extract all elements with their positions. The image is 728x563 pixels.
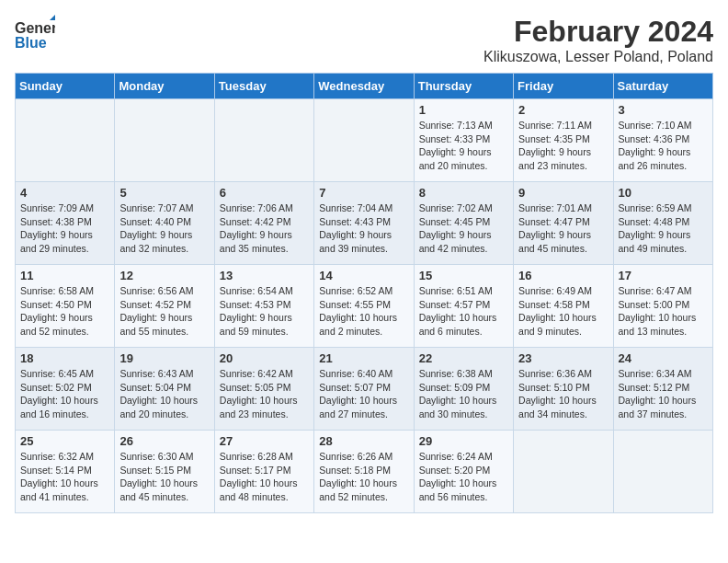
calendar-header-row: Sunday Monday Tuesday Wednesday Thursday… <box>16 74 713 99</box>
calendar-cell-3-1: 19Sunrise: 6:43 AM Sunset: 5:04 PM Dayli… <box>115 348 214 431</box>
calendar-cell-0-0 <box>16 99 115 182</box>
day-detail-15: Sunrise: 6:51 AM Sunset: 4:57 PM Dayligh… <box>419 284 508 339</box>
calendar-cell-3-5: 23Sunrise: 6:36 AM Sunset: 5:10 PM Dayli… <box>514 348 613 431</box>
col-wednesday: Wednesday <box>314 74 414 99</box>
day-number-7: 7 <box>319 186 408 200</box>
day-detail-18: Sunrise: 6:45 AM Sunset: 5:02 PM Dayligh… <box>20 367 109 421</box>
day-number-17: 17 <box>619 269 708 282</box>
calendar-cell-3-0: 18Sunrise: 6:45 AM Sunset: 5:02 PM Dayli… <box>16 348 115 431</box>
calendar-cell-3-6: 24Sunrise: 6:34 AM Sunset: 5:12 PM Dayli… <box>613 348 712 431</box>
day-number-28: 28 <box>319 434 408 448</box>
day-number-22: 22 <box>419 351 508 365</box>
day-number-20: 20 <box>220 351 309 365</box>
day-detail-7: Sunrise: 7:04 AM Sunset: 4:43 PM Dayligh… <box>319 201 408 256</box>
day-number-9: 9 <box>518 186 608 200</box>
day-detail-9: Sunrise: 7:01 AM Sunset: 4:47 PM Dayligh… <box>518 201 608 256</box>
calendar-cell-4-4: 29Sunrise: 6:24 AM Sunset: 5:20 PM Dayli… <box>414 431 513 513</box>
calendar-cell-1-0: 4Sunrise: 7:09 AM Sunset: 4:38 PM Daylig… <box>16 182 115 265</box>
calendar-cell-4-3: 28Sunrise: 6:26 AM Sunset: 5:18 PM Dayli… <box>314 431 414 513</box>
calendar-cell-4-5 <box>514 431 613 513</box>
day-number-6: 6 <box>220 186 309 200</box>
day-detail-23: Sunrise: 6:36 AM Sunset: 5:10 PM Dayligh… <box>518 367 608 421</box>
svg-text:General: General <box>15 20 55 36</box>
calendar-cell-2-5: 16Sunrise: 6:49 AM Sunset: 4:58 PM Dayli… <box>514 265 613 348</box>
calendar-cell-2-4: 15Sunrise: 6:51 AM Sunset: 4:57 PM Dayli… <box>414 265 513 348</box>
day-number-1: 1 <box>419 103 508 117</box>
day-number-4: 4 <box>20 186 109 200</box>
day-detail-3: Sunrise: 7:10 AM Sunset: 4:36 PM Dayligh… <box>619 119 708 173</box>
day-number-13: 13 <box>220 269 309 282</box>
day-detail-17: Sunrise: 6:47 AM Sunset: 5:00 PM Dayligh… <box>619 284 708 339</box>
calendar-cell-0-1 <box>115 99 214 182</box>
calendar-cell-1-6: 10Sunrise: 6:59 AM Sunset: 4:48 PM Dayli… <box>613 182 712 265</box>
calendar-title: February 2024 <box>483 15 713 49</box>
day-detail-5: Sunrise: 7:07 AM Sunset: 4:40 PM Dayligh… <box>119 201 209 256</box>
day-detail-24: Sunrise: 6:34 AM Sunset: 5:12 PM Dayligh… <box>619 367 708 421</box>
day-number-11: 11 <box>20 269 109 282</box>
calendar-cell-4-2: 27Sunrise: 6:28 AM Sunset: 5:17 PM Dayli… <box>214 431 313 513</box>
logo: General Blue <box>15 15 55 55</box>
calendar-table: Sunday Monday Tuesday Wednesday Thursday… <box>15 73 713 513</box>
day-detail-8: Sunrise: 7:02 AM Sunset: 4:45 PM Dayligh… <box>419 201 508 256</box>
week-row-3: 11Sunrise: 6:58 AM Sunset: 4:50 PM Dayli… <box>16 265 713 348</box>
day-detail-13: Sunrise: 6:54 AM Sunset: 4:53 PM Dayligh… <box>220 284 309 339</box>
svg-marker-2 <box>50 15 55 20</box>
calendar-cell-0-5: 2Sunrise: 7:11 AM Sunset: 4:35 PM Daylig… <box>514 99 613 182</box>
day-number-16: 16 <box>518 269 608 282</box>
calendar-subtitle: Klikuszowa, Lesser Poland, Poland <box>483 49 713 65</box>
day-number-3: 3 <box>619 103 708 117</box>
day-detail-22: Sunrise: 6:38 AM Sunset: 5:09 PM Dayligh… <box>419 367 508 421</box>
day-number-21: 21 <box>319 351 408 365</box>
calendar-cell-4-6 <box>613 431 712 513</box>
week-row-4: 18Sunrise: 6:45 AM Sunset: 5:02 PM Dayli… <box>16 348 713 431</box>
col-tuesday: Tuesday <box>214 74 313 99</box>
calendar-cell-1-4: 8Sunrise: 7:02 AM Sunset: 4:45 PM Daylig… <box>414 182 513 265</box>
day-detail-21: Sunrise: 6:40 AM Sunset: 5:07 PM Dayligh… <box>319 367 408 421</box>
title-block: February 2024 Klikuszowa, Lesser Poland,… <box>483 15 713 65</box>
week-row-5: 25Sunrise: 6:32 AM Sunset: 5:14 PM Dayli… <box>16 431 713 513</box>
calendar-cell-0-2 <box>214 99 313 182</box>
calendar-cell-2-1: 12Sunrise: 6:56 AM Sunset: 4:52 PM Dayli… <box>115 265 214 348</box>
day-number-15: 15 <box>419 269 508 282</box>
calendar-cell-0-3 <box>314 99 414 182</box>
calendar-cell-1-2: 6Sunrise: 7:06 AM Sunset: 4:42 PM Daylig… <box>214 182 313 265</box>
day-detail-16: Sunrise: 6:49 AM Sunset: 4:58 PM Dayligh… <box>518 284 608 339</box>
calendar-cell-4-0: 25Sunrise: 6:32 AM Sunset: 5:14 PM Dayli… <box>16 431 115 513</box>
day-number-29: 29 <box>419 434 508 448</box>
calendar-cell-1-5: 9Sunrise: 7:01 AM Sunset: 4:47 PM Daylig… <box>514 182 613 265</box>
day-detail-25: Sunrise: 6:32 AM Sunset: 5:14 PM Dayligh… <box>20 450 109 504</box>
col-friday: Friday <box>514 74 613 99</box>
calendar-cell-3-3: 21Sunrise: 6:40 AM Sunset: 5:07 PM Dayli… <box>314 348 414 431</box>
day-detail-28: Sunrise: 6:26 AM Sunset: 5:18 PM Dayligh… <box>319 450 408 504</box>
logo-icon: General Blue <box>15 15 55 55</box>
day-number-18: 18 <box>20 351 109 365</box>
day-number-14: 14 <box>319 269 408 282</box>
day-number-27: 27 <box>220 434 309 448</box>
day-detail-26: Sunrise: 6:30 AM Sunset: 5:15 PM Dayligh… <box>119 450 209 504</box>
col-sunday: Sunday <box>16 74 115 99</box>
calendar-cell-3-4: 22Sunrise: 6:38 AM Sunset: 5:09 PM Dayli… <box>414 348 513 431</box>
day-number-5: 5 <box>119 186 209 200</box>
col-saturday: Saturday <box>613 74 712 99</box>
day-detail-4: Sunrise: 7:09 AM Sunset: 4:38 PM Dayligh… <box>20 201 109 256</box>
day-detail-10: Sunrise: 6:59 AM Sunset: 4:48 PM Dayligh… <box>619 201 708 256</box>
calendar-cell-2-6: 17Sunrise: 6:47 AM Sunset: 5:00 PM Dayli… <box>613 265 712 348</box>
day-detail-20: Sunrise: 6:42 AM Sunset: 5:05 PM Dayligh… <box>220 367 309 421</box>
day-number-2: 2 <box>518 103 608 117</box>
week-row-1: 1Sunrise: 7:13 AM Sunset: 4:33 PM Daylig… <box>16 99 713 182</box>
calendar-cell-1-1: 5Sunrise: 7:07 AM Sunset: 4:40 PM Daylig… <box>115 182 214 265</box>
day-detail-6: Sunrise: 7:06 AM Sunset: 4:42 PM Dayligh… <box>220 201 309 256</box>
calendar-cell-2-2: 13Sunrise: 6:54 AM Sunset: 4:53 PM Dayli… <box>214 265 313 348</box>
day-number-19: 19 <box>119 351 209 365</box>
day-detail-12: Sunrise: 6:56 AM Sunset: 4:52 PM Dayligh… <box>119 284 209 339</box>
calendar-cell-4-1: 26Sunrise: 6:30 AM Sunset: 5:15 PM Dayli… <box>115 431 214 513</box>
col-thursday: Thursday <box>414 74 513 99</box>
page-header: General Blue February 2024 Klikuszowa, L… <box>15 15 713 65</box>
day-number-8: 8 <box>419 186 508 200</box>
week-row-2: 4Sunrise: 7:09 AM Sunset: 4:38 PM Daylig… <box>16 182 713 265</box>
calendar-cell-0-4: 1Sunrise: 7:13 AM Sunset: 4:33 PM Daylig… <box>414 99 513 182</box>
calendar-cell-3-2: 20Sunrise: 6:42 AM Sunset: 5:05 PM Dayli… <box>214 348 313 431</box>
day-number-25: 25 <box>20 434 109 448</box>
day-detail-19: Sunrise: 6:43 AM Sunset: 5:04 PM Dayligh… <box>119 367 209 421</box>
day-number-12: 12 <box>119 269 209 282</box>
